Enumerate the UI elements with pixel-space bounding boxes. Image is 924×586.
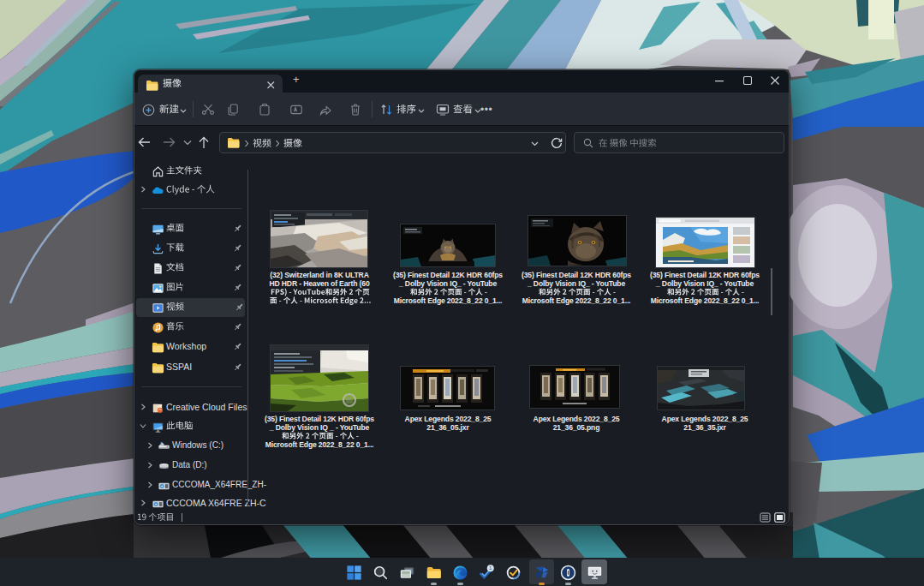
svg-text:1: 1 <box>489 565 492 571</box>
